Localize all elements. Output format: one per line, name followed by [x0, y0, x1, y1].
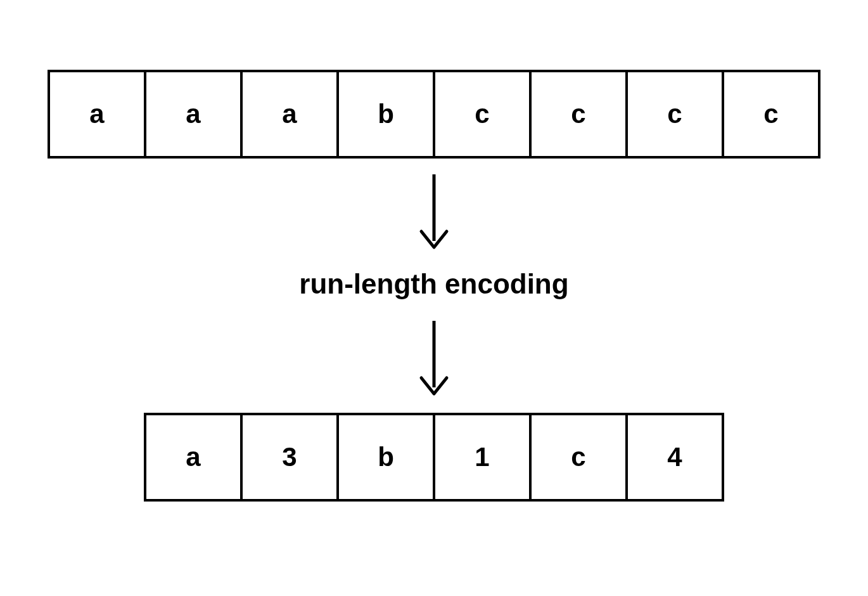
output-cell: c [529, 413, 628, 502]
input-cell: c [529, 70, 628, 159]
output-row: a 3 b 1 c 4 [144, 413, 724, 502]
input-cell: a [48, 70, 146, 159]
encoding-label: run-length encoding [299, 268, 568, 300]
input-cell: c [433, 70, 532, 159]
arrow-top-container [415, 171, 453, 254]
input-cell: c [722, 70, 820, 159]
arrow-bottom-container [415, 318, 453, 400]
output-cell: b [336, 413, 435, 502]
input-row: a a a b c c c c [48, 70, 820, 159]
input-cell: b [336, 70, 435, 159]
output-cell: 1 [433, 413, 532, 502]
down-arrow-icon [415, 318, 453, 400]
input-cell: c [625, 70, 724, 159]
output-cell: 3 [240, 413, 339, 502]
input-cell: a [144, 70, 243, 159]
output-cell: a [144, 413, 243, 502]
input-cell: a [240, 70, 339, 159]
down-arrow-icon [415, 171, 453, 254]
output-cell: 4 [625, 413, 724, 502]
